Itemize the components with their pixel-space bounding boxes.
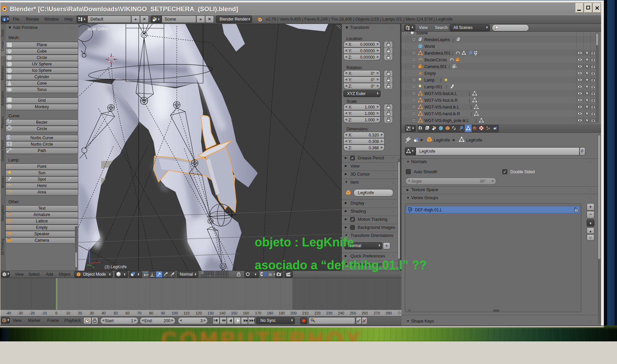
- svg-text:v: v: [92, 265, 94, 269]
- svg-text:|: |: [469, 91, 470, 96]
- svg-text:Lamp: Lamp: [424, 78, 434, 83]
- svg-text:z: z: [88, 246, 90, 250]
- svg-text:BezierCircle: BezierCircle: [424, 58, 446, 62]
- svg-text:|: |: [471, 105, 472, 110]
- svg-text:|: |: [446, 58, 447, 62]
- svg-text:Lamp.001: Lamp.001: [424, 85, 443, 89]
- svg-text:WGT-VIS-foot.ik.R: WGT-VIS-foot.ik.R: [424, 98, 458, 103]
- svg-text:|: |: [469, 98, 470, 103]
- svg-text:|: |: [453, 37, 454, 42]
- svg-text:WGT-VIS-thigh_pole.ik.L: WGT-VIS-thigh_pole.ik.L: [424, 118, 469, 123]
- svg-text:|: |: [452, 51, 453, 56]
- svg-text:(3) LegKnife: (3) LegKnife: [105, 265, 127, 269]
- svg-text:World: World: [424, 44, 435, 49]
- svg-text:Empty: Empty: [424, 71, 436, 76]
- svg-text:|: |: [440, 78, 441, 83]
- svg-text:|: |: [471, 112, 472, 116]
- svg-text:Camera.001: Camera.001: [424, 64, 447, 69]
- svg-text:WGT-VIS-hand.ik.L: WGT-VIS-hand.ik.L: [424, 105, 459, 110]
- svg-text:F: F: [8, 205, 10, 210]
- svg-text:|: |: [476, 118, 477, 123]
- svg-text:|: |: [446, 85, 447, 89]
- svg-text:x: x: [99, 260, 101, 264]
- svg-text:|: |: [449, 64, 450, 69]
- svg-text:Bandolera.001: Bandolera.001: [424, 51, 451, 56]
- svg-text:WGT-VIS-hand.ik.R: WGT-VIS-hand.ik.R: [424, 112, 460, 116]
- svg-text:User Ortho: User Ortho: [88, 27, 108, 31]
- svg-text:RenderLayers: RenderLayers: [424, 37, 450, 42]
- svg-text:WGT-VIS-foot.ik.L: WGT-VIS-foot.ik.L: [424, 91, 457, 96]
